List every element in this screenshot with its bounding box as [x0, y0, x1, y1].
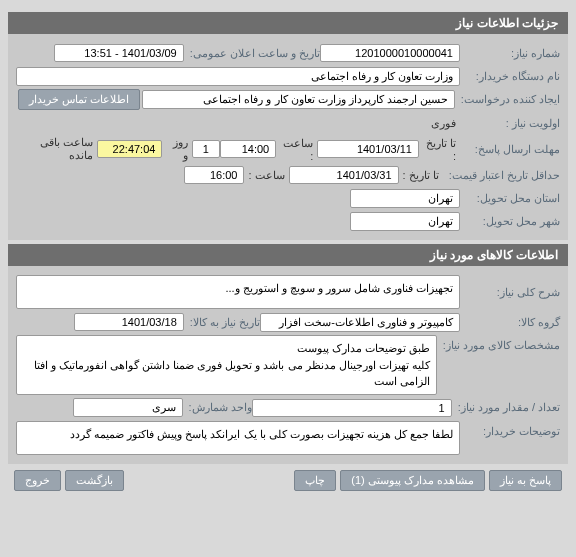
row-buyer-notes: توضیحات خریدار: لطفا جمع کل هزینه تجهیزا… — [16, 421, 560, 455]
row-need-number: شماره نیاز: 1201000010000041 تاریخ و ساع… — [16, 43, 560, 63]
countdown-value: 22:47:04 — [97, 140, 162, 158]
priority-label: اولویت نیاز : — [460, 117, 560, 130]
row-goods-specs: مشخصات کالای مورد نیاز: طبق توضیحات مدار… — [16, 335, 560, 395]
price-valid-time-value: 16:00 — [184, 166, 244, 184]
price-valid-date-value: 1401/03/31 — [289, 166, 399, 184]
delivery-province-label: استان محل تحویل: — [460, 192, 560, 205]
announce-label: تاریخ و ساعت اعلان عمومی: — [184, 47, 320, 60]
unit-label: واحد شمارش: — [183, 401, 252, 414]
row-requester: ایجاد کننده درخواست: حسین ارجمند کارپردا… — [16, 89, 560, 110]
row-reply-deadline: مهلت ارسال پاسخ: تا تاریخ : 1401/03/11 س… — [16, 136, 560, 162]
requester-value: حسین ارجمند کارپرداز وزارت تعاون کار و ر… — [142, 90, 455, 109]
days-remaining-value: 1 — [192, 140, 221, 158]
row-priority: اولویت نیاز : فوری — [16, 113, 560, 133]
view-attachments-button[interactable]: مشاهده مدارک پیوستی (1) — [340, 470, 485, 491]
buyer-label: نام دستگاه خریدار: — [460, 70, 560, 83]
footer-group-right: پاسخ به نیاز مشاهده مدارک پیوستی (1) چاپ — [292, 470, 564, 491]
to-date-label: تا تاریخ : — [419, 137, 460, 162]
row-goods-group: گروه کالا: کامپیوتر و فناوری اطلاعات-سخت… — [16, 312, 560, 332]
section-goods: شرح کلی نیاز: تجهیزات فناوری شامل سرور و… — [8, 266, 568, 464]
need-date-value: 1401/03/18 — [74, 313, 184, 331]
row-need-desc: شرح کلی نیاز: تجهیزات فناوری شامل سرور و… — [16, 275, 560, 309]
need-desc-value: تجهیزات فناوری شامل سرور و سویچ و استوری… — [16, 275, 460, 309]
goods-specs-label: مشخصات کالای مورد نیاز: — [437, 335, 560, 352]
buyer-value: وزارت تعاون کار و رفاه اجتماعی — [16, 67, 460, 86]
price-valid-to-label: تا تاریخ : — [399, 169, 443, 182]
price-valid-time-label: ساعت : — [244, 169, 288, 182]
footer-group-left: بازگشت خروج — [12, 470, 126, 491]
exit-button[interactable]: خروج — [14, 470, 61, 491]
qty-value: 1 — [252, 399, 452, 417]
reply-time-label: ساعت : — [276, 137, 317, 162]
row-qty: تعداد / مقدار مورد نیاز: 1 واحد شمارش: س… — [16, 398, 560, 418]
delivery-province-value: تهران — [350, 189, 460, 208]
back-button[interactable]: بازگشت — [65, 470, 124, 491]
qty-label: تعداد / مقدار مورد نیاز: — [452, 401, 560, 414]
announce-value: 1401/03/09 - 13:51 — [54, 44, 184, 62]
need-date-label: تاریخ نیاز به کالا: — [184, 316, 260, 329]
row-delivery-province: استان محل تحویل: تهران — [16, 188, 560, 208]
reply-deadline-label: مهلت ارسال پاسخ: — [460, 143, 560, 156]
need-number-value: 1201000010000041 — [320, 44, 460, 62]
reply-time-value: 14:00 — [220, 140, 276, 158]
buyer-notes-value: لطفا جمع کل هزینه تجهیزات بصورت کلی با ی… — [16, 421, 460, 455]
section-goods-header: اطلاعات کالاهای مورد نیاز — [8, 244, 568, 266]
delivery-city-label: شهر محل تحویل: — [460, 215, 560, 228]
requester-label: ایجاد کننده درخواست: — [455, 93, 560, 106]
goods-specs-value: طبق توضیحات مدارک پیوست کلیه تهیزات اورج… — [16, 335, 437, 395]
row-delivery-city: شهر محل تحویل: تهران — [16, 211, 560, 231]
goods-group-label: گروه کالا: — [460, 316, 560, 329]
unit-value: سری — [73, 398, 183, 417]
row-buyer: نام دستگاه خریدار: وزارت تعاون کار و رفا… — [16, 66, 560, 86]
countdown-label: ساعت باقی مانده — [16, 136, 97, 162]
price-valid-label: حداقل تاریخ اعتبار قیمت: — [443, 169, 560, 182]
buyer-notes-label: توضیحات خریدار: — [460, 421, 560, 438]
contact-buyer-button[interactable]: اطلاعات تماس خریدار — [18, 89, 140, 110]
section-need-details: شماره نیاز: 1201000010000041 تاریخ و ساع… — [8, 34, 568, 240]
section-need-details-header: جزئیات اطلاعات نیاز — [8, 12, 568, 34]
delivery-city-value: تهران — [350, 212, 460, 231]
reply-to-need-button[interactable]: پاسخ به نیاز — [489, 470, 562, 491]
goods-group-value: کامپیوتر و فناوری اطلاعات-سخت افزار — [260, 313, 460, 332]
need-number-label: شماره نیاز: — [460, 47, 560, 60]
footer-toolbar: پاسخ به نیاز مشاهده مدارک پیوستی (1) چاپ… — [8, 464, 568, 497]
priority-value: فوری — [427, 117, 460, 130]
row-price-validity: حداقل تاریخ اعتبار قیمت: تا تاریخ : 1401… — [16, 165, 560, 185]
days-label: روز و — [162, 136, 191, 162]
reply-date-value: 1401/03/11 — [317, 140, 419, 158]
print-button[interactable]: چاپ — [294, 470, 336, 491]
need-desc-label: شرح کلی نیاز: — [460, 286, 560, 299]
